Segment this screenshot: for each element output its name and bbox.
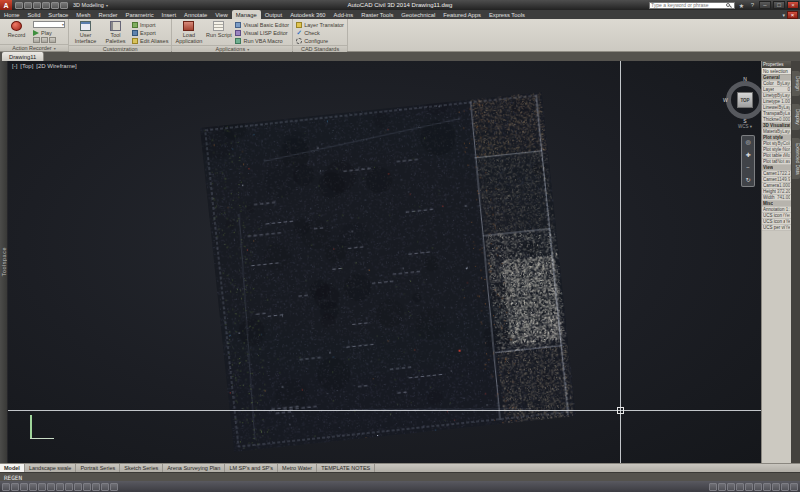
object-snap-icon[interactable] <box>47 483 55 491</box>
qat-plot-icon[interactable] <box>42 2 50 9</box>
compass-west[interactable]: W <box>723 97 728 103</box>
viewcube-wcs-menu[interactable]: WCS ▾ <box>722 124 761 129</box>
insert-message-icon[interactable] <box>33 37 40 43</box>
maximize-button[interactable]: □ <box>773 1 785 9</box>
model-space-icon[interactable] <box>709 483 717 491</box>
run-vba-macro-button[interactable]: Run VBA Macro <box>235 37 289 44</box>
ribbon-tab-insert[interactable]: Insert <box>158 10 181 19</box>
isolate-objects-icon[interactable] <box>781 483 789 491</box>
pan-icon[interactable]: ✚ <box>745 152 750 158</box>
minimize-button[interactable]: – <box>759 1 771 9</box>
ribbon-tab-view[interactable]: View <box>211 10 231 19</box>
insert-base-point-icon[interactable] <box>41 37 48 43</box>
dynamic-input-icon[interactable] <box>74 483 82 491</box>
layout-tab-lm-sp-s-and-sp-s[interactable]: LM SP's and SP's <box>225 464 278 472</box>
toolbar-lock-icon[interactable] <box>772 483 780 491</box>
show-lineweight-icon[interactable] <box>83 483 91 491</box>
infer-constraints-icon[interactable] <box>2 483 10 491</box>
grid-display-icon[interactable] <box>20 483 28 491</box>
layout-tab-landscape-swale[interactable]: Landscape swale <box>25 464 77 472</box>
ribbon-tab-geotechnical[interactable]: Geotechnical <box>397 10 439 19</box>
ribbon-tab-add-ins[interactable]: Add-ins <box>330 10 358 19</box>
qat-new-icon[interactable] <box>15 2 23 9</box>
layer-translator-button[interactable]: Layer Translator <box>296 21 344 28</box>
compass-north[interactable]: N <box>722 76 761 82</box>
annotation-visibility-icon[interactable] <box>745 483 753 491</box>
quick-properties-icon[interactable] <box>101 483 109 491</box>
snap-mode-icon[interactable] <box>11 483 19 491</box>
ribbon-tab-express-tools[interactable]: Express Tools <box>485 10 529 19</box>
viewport-menu-control[interactable]: [-] <box>12 63 17 69</box>
layout-tab-metro-water[interactable]: Metro Water <box>278 464 317 472</box>
layout-tab-portrait-series[interactable]: Portrait Series <box>76 464 120 472</box>
show-transparency-icon[interactable] <box>92 483 100 491</box>
viewcube[interactable]: N S E W TOP <box>722 77 761 123</box>
annotation-scale-icon[interactable] <box>736 483 744 491</box>
selection-dropdown[interactable]: No selection <box>762 68 791 75</box>
layout-tab-arena-surveying-plan[interactable]: Arena Surveying Plan <box>163 464 225 472</box>
minimize-ribbon-icon[interactable]: ▾ <box>782 12 785 18</box>
viewport-visual-style-control[interactable]: [2D Wireframe] <box>36 63 76 69</box>
autoscale-icon[interactable] <box>754 483 762 491</box>
object-snap-tracking-icon[interactable] <box>56 483 64 491</box>
viewcube-top-face[interactable]: TOP <box>737 92 753 108</box>
panel-label-customization[interactable]: Customization <box>69 45 171 52</box>
ribbon-tab-render[interactable]: Render <box>95 10 122 19</box>
navigation-wheel-icon[interactable]: ◎ <box>745 139 750 145</box>
panel-label-applications[interactable]: Applications ▾ <box>172 45 292 52</box>
palette-header[interactable]: Properties <box>762 61 791 68</box>
ribbon-tab-parametric[interactable]: Parametric <box>122 10 158 19</box>
palette-tab-design[interactable]: Design <box>792 71 800 96</box>
ribbon-tab-solid[interactable]: Solid <box>23 10 44 19</box>
workspace-switching-icon[interactable] <box>763 483 771 491</box>
check-button[interactable]: ✓ Check <box>296 29 344 36</box>
edit-aliases-button[interactable]: Edit Aliases <box>132 37 168 44</box>
qat-redo-icon[interactable] <box>60 2 68 9</box>
ribbon-tab-annotate[interactable]: Annotate <box>180 10 211 19</box>
tool-palettes-button[interactable]: Tool Palettes <box>102 20 129 44</box>
visual-lisp-editor-button[interactable]: Visual LISP Editor <box>235 29 289 36</box>
close-button[interactable]: × <box>787 1 799 9</box>
document-close-button[interactable]: × <box>787 11 798 19</box>
search-icon[interactable] <box>726 3 730 7</box>
load-application-button[interactable]: Load Application <box>175 20 202 44</box>
palette-tab-extended-data[interactable]: Extended Data <box>792 138 800 180</box>
zoom-icon[interactable]: − <box>746 164 750 170</box>
file-tab-drawing11[interactable]: Drawing11 <box>2 52 44 61</box>
layout-tab-sketch-series[interactable]: Sketch Series <box>120 464 163 472</box>
layout-tab-template-notes[interactable]: TEMPLATE NOTES <box>317 464 375 472</box>
ribbon-tab-manage[interactable]: Manage <box>232 10 261 19</box>
property-row[interactable]: UCS per viewportYes <box>762 225 791 231</box>
export-button[interactable]: Export <box>132 29 168 36</box>
help-icon[interactable]: ? <box>748 2 757 8</box>
command-line[interactable]: REGEN <box>0 472 800 481</box>
panel-label-action-recorder[interactable]: Action Recorder ▾ <box>0 44 68 51</box>
polar-tracking-icon[interactable] <box>38 483 46 491</box>
run-script-button[interactable]: Run Script <box>205 20 232 38</box>
selection-cycling-icon[interactable] <box>110 483 118 491</box>
left-palette-bar[interactable]: Toolspace <box>0 61 8 463</box>
ribbon-tab-home[interactable]: Home <box>0 10 23 19</box>
visual-basic-editor-button[interactable]: Visual Basic Editor <box>235 21 289 28</box>
action-macro-dropdown[interactable]: ▾ <box>33 21 65 28</box>
quick-view-drawings-icon[interactable] <box>727 483 735 491</box>
play-button[interactable]: Play <box>33 29 65 36</box>
drawing-canvas[interactable]: [-] [Top] [2D Wireframe] N S E W TOP WCS… <box>8 61 761 463</box>
ribbon-tab-featured-apps[interactable]: Featured Apps <box>439 10 485 19</box>
ribbon-tab-autodesk-360[interactable]: Autodesk 360 <box>286 10 329 19</box>
ortho-mode-icon[interactable] <box>29 483 37 491</box>
clean-screen-icon[interactable] <box>790 483 798 491</box>
qat-undo-icon[interactable] <box>51 2 59 9</box>
quick-view-layouts-icon[interactable] <box>718 483 726 491</box>
ribbon-tab-mesh[interactable]: Mesh <box>72 10 94 19</box>
panel-label-cad-standards[interactable]: CAD Standards <box>293 45 347 52</box>
pause-icon[interactable] <box>49 37 56 43</box>
dynamic-ucs-icon[interactable] <box>65 483 73 491</box>
user-interface-button[interactable]: User Interface <box>72 20 99 44</box>
qat-save-icon[interactable] <box>33 2 41 9</box>
orbit-icon[interactable]: ↻ <box>745 177 750 183</box>
exchange-apps-icon[interactable]: ★ <box>737 2 746 9</box>
qat-open-icon[interactable] <box>24 2 32 9</box>
ribbon-tab-surface[interactable]: Surface <box>44 10 72 19</box>
configure-button[interactable]: Configure <box>296 37 344 44</box>
